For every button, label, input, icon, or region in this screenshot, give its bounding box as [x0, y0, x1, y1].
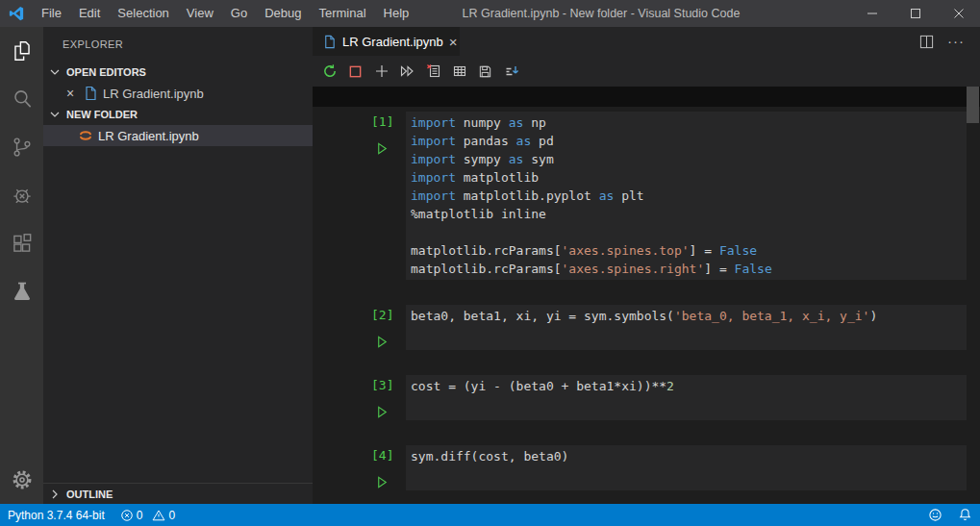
run-cell-button[interactable] — [375, 141, 390, 157]
activity-source-control[interactable] — [0, 123, 43, 171]
more-actions-icon[interactable]: ··· — [947, 38, 965, 45]
run-cell-button[interactable] — [375, 405, 390, 420]
activity-search[interactable] — [0, 75, 43, 123]
cell-code-editor[interactable]: beta0, beta1, xi, yi = sym.symbols('beta… — [406, 305, 967, 350]
activity-test[interactable] — [0, 267, 43, 315]
interrupt-kernel-button[interactable] — [345, 60, 365, 83]
add-cell-button[interactable] — [371, 60, 391, 83]
notebook-cell: [3]cost = (yi - (beta0 + beta1*xi))**2 — [313, 375, 980, 420]
run-all-cells-button[interactable] — [397, 60, 417, 83]
code-line: cost = (yi - (beta0 + beta1*xi))**2 — [411, 377, 967, 395]
jupyter-icon — [78, 128, 93, 143]
clear-all-output-button[interactable] — [423, 60, 443, 83]
warning-count: 0 — [168, 509, 175, 522]
notebook-content: [1]import numpy as npimport pandas as pd… — [313, 107, 980, 504]
code-line: matplotlib.rcParams['axes.spines.right']… — [411, 260, 967, 278]
open-editors-label: OPEN EDITORS — [66, 66, 146, 78]
editor-scrollbar[interactable] — [967, 87, 979, 123]
error-count: 0 — [137, 509, 143, 522]
chevron-down-icon — [47, 64, 63, 80]
cell-gutter: [2] — [313, 305, 406, 350]
cell-code-editor[interactable]: cost = (yi - (beta0 + beta1*xi))**2 — [406, 375, 967, 420]
notebook-file-icon — [83, 86, 98, 101]
execution-count: [2] — [371, 305, 406, 325]
window-controls — [850, 0, 980, 27]
file-item-filename: LR Gradient.ipynb — [98, 129, 199, 143]
window-title: LR Gradient.ipynb - New folder - Visual … — [452, 7, 750, 20]
gear-icon — [10, 467, 35, 492]
notifications-bell[interactable] — [950, 504, 980, 526]
menu-item-help[interactable]: Help — [375, 0, 418, 27]
menu-item-debug[interactable]: Debug — [256, 0, 310, 27]
tab-lr-gradient[interactable]: LR Gradient.ipynb × — [313, 27, 460, 56]
code-line: import matplotlib — [411, 168, 967, 187]
run-cell-button[interactable] — [375, 335, 390, 350]
code-line: import numpy as np — [411, 113, 967, 132]
run-cell-button[interactable] — [375, 475, 390, 490]
save-button[interactable] — [475, 60, 495, 83]
open-editor-filename: LR Gradient.ipynb — [103, 87, 204, 101]
tab-close-icon[interactable]: × — [449, 35, 458, 49]
activity-debug[interactable] — [0, 171, 43, 219]
folder-label: NEW FOLDER — [66, 109, 138, 120]
menu-item-edit[interactable]: Edit — [70, 0, 109, 27]
activity-extensions[interactable] — [0, 219, 43, 267]
activity-settings[interactable] — [0, 456, 43, 504]
folder-header[interactable]: NEW FOLDER — [43, 104, 313, 125]
chevron-down-icon — [47, 107, 63, 122]
title-bar: FileEditSelectionViewGoDebugTerminalHelp… — [0, 0, 980, 27]
notebook-top-band — [313, 87, 980, 107]
open-editor-item[interactable]: × LR Gradient.ipynb — [43, 83, 313, 104]
menu-item-terminal[interactable]: Terminal — [310, 0, 374, 27]
menu-item-go[interactable]: Go — [222, 0, 256, 27]
cell-code-editor[interactable]: import numpy as npimport pandas as pdimp… — [406, 112, 967, 280]
menu-item-selection[interactable]: Selection — [109, 0, 177, 27]
maximize-button[interactable] — [893, 0, 937, 27]
source-control-icon — [10, 135, 35, 160]
error-group: 0 — [120, 509, 143, 522]
execution-count: [1] — [371, 112, 406, 132]
explorer-icon — [10, 38, 35, 63]
editor-group: LR Gradient.ipynb × ··· — [313, 27, 980, 504]
export-as-python-button[interactable] — [501, 60, 521, 83]
cell-gutter: [3] — [313, 375, 406, 420]
extensions-icon — [10, 231, 35, 256]
python-interpreter-status[interactable]: Python 3.7.4 64-bit — [0, 504, 113, 526]
code-line: import sympy as sym — [411, 150, 967, 168]
sidebar-explorer: EXPLORER OPEN EDITORS × LR Gradient.ipyn… — [43, 27, 313, 504]
status-bar: Python 3.7.4 64-bit 0 0 — [0, 504, 980, 526]
restart-kernel-button[interactable] — [319, 60, 339, 83]
outline-header[interactable]: OUTLINE — [43, 483, 313, 504]
menu-bar: FileEditSelectionViewGoDebugTerminalHelp — [33, 0, 417, 27]
chevron-right-icon — [47, 487, 63, 502]
notebook-toolbar — [313, 56, 980, 87]
notebook-cells: [1]import numpy as npimport pandas as pd… — [313, 112, 980, 490]
feedback-smiley[interactable] — [920, 504, 950, 526]
variable-explorer-button[interactable] — [449, 60, 469, 83]
warning-icon — [152, 509, 165, 522]
cell-code-editor[interactable]: sym.diff(cost, beta0) — [406, 445, 967, 490]
activity-explorer[interactable] — [0, 27, 43, 75]
execution-count: [4] — [371, 445, 406, 465]
tab-bar: LR Gradient.ipynb × ··· — [313, 27, 980, 56]
tab-label: LR Gradient.ipynb — [342, 35, 443, 49]
close-button[interactable] — [937, 0, 980, 27]
code-line: import pandas as pd — [411, 132, 967, 150]
notebook-cell: [4]sym.diff(cost, beta0) — [313, 445, 980, 490]
notebook-cell: [2]beta0, beta1, xi, yi = sym.symbols('b… — [313, 305, 980, 350]
menu-item-view[interactable]: View — [178, 0, 222, 27]
close-editor-icon[interactable]: × — [63, 86, 78, 101]
minimize-button[interactable] — [850, 0, 893, 27]
problems-status[interactable]: 0 0 — [113, 504, 183, 526]
split-editor-icon[interactable] — [919, 35, 934, 49]
open-editors-header[interactable]: OPEN EDITORS — [43, 62, 313, 83]
cell-gutter: [4] — [313, 445, 406, 490]
cell-gutter: [1] — [313, 112, 406, 280]
file-item-selected[interactable]: LR Gradient.ipynb — [43, 125, 313, 146]
sidebar-title: EXPLORER — [43, 27, 313, 62]
debug-icon — [10, 183, 35, 208]
code-line: matplotlib.rcParams['axes.spines.top'] =… — [411, 241, 967, 260]
menu-item-file[interactable]: File — [33, 0, 70, 27]
code-line: sym.diff(cost, beta0) — [411, 447, 967, 465]
editor-actions: ··· — [919, 27, 980, 56]
